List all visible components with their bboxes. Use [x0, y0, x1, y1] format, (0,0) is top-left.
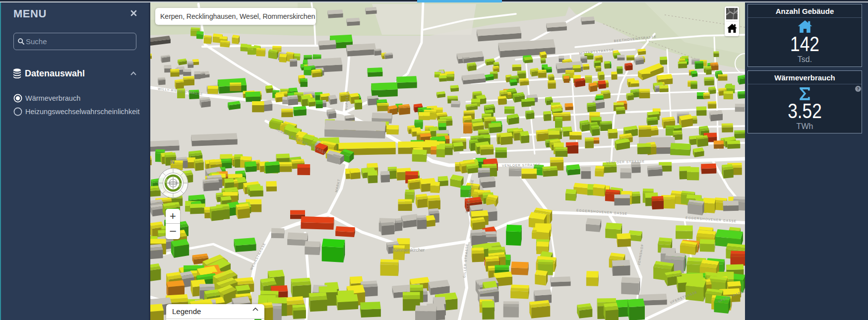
svg-text:VENLOER STRASSE: VENLOER STRASSE [502, 163, 541, 167]
svg-text:N: N [171, 159, 175, 165]
svg-text:Rommerskircher: Rommerskircher [392, 248, 425, 253]
